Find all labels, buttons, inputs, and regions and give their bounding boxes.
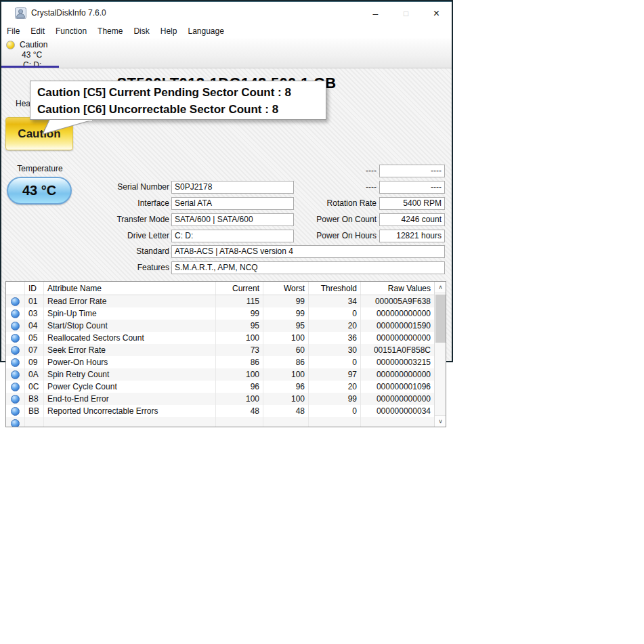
features-label: Features bbox=[69, 261, 169, 274]
attribute-raw: 00151A0F858C bbox=[361, 344, 434, 356]
scroll-up-icon[interactable]: ∧ bbox=[435, 282, 446, 293]
attribute-id: 0C bbox=[25, 381, 44, 393]
raw-values-column-header: Raw Values bbox=[361, 282, 434, 295]
scrollbar-thumb[interactable] bbox=[435, 295, 446, 343]
attribute-worst: 96 bbox=[263, 381, 309, 393]
interface-label: Interface bbox=[69, 197, 169, 210]
attribute-name: Spin-Up Time bbox=[44, 307, 216, 320]
attribute-raw: 000000000000 bbox=[361, 393, 434, 405]
table-row[interactable]: BB Reported Uncorrectable Errors 48 48 0… bbox=[6, 405, 434, 417]
attribute-raw bbox=[361, 417, 434, 427]
table-row[interactable]: 05 Reallocated Sectors Count 100 100 36 … bbox=[6, 332, 434, 344]
menu-help[interactable]: Help bbox=[160, 25, 183, 37]
standard-label: Standard bbox=[69, 245, 169, 258]
attribute-id: BB bbox=[25, 405, 44, 417]
attribute-threshold: 0 bbox=[309, 405, 361, 417]
attribute-current: 96 bbox=[216, 381, 263, 393]
attribute-raw: 000005A9F638 bbox=[361, 295, 434, 307]
smart-attribute-table: ID Attribute Name Current Worst Threshol… bbox=[5, 281, 446, 427]
status-orb-icon bbox=[11, 322, 20, 330]
table-row[interactable]: B8 End-to-End Error 100 100 99 000000000… bbox=[6, 393, 434, 405]
attribute-id: 05 bbox=[25, 332, 44, 344]
menu-edit[interactable]: Edit bbox=[30, 25, 50, 37]
attribute-raw: 000000003215 bbox=[361, 356, 434, 368]
status-cell bbox=[6, 332, 25, 344]
attribute-id: B8 bbox=[25, 393, 44, 405]
attribute-worst: 99 bbox=[263, 295, 309, 307]
maximize-button[interactable]: □ bbox=[391, 9, 421, 18]
temperature-button[interactable]: 43 °C bbox=[7, 177, 72, 205]
scroll-down-icon[interactable]: ∨ bbox=[435, 415, 446, 427]
attribute-current: 115 bbox=[216, 295, 263, 307]
status-orb-icon bbox=[11, 395, 20, 404]
attribute-name: Start/Stop Count bbox=[44, 320, 216, 332]
attribute-raw: 000000000000 bbox=[361, 368, 434, 381]
features-value: S.M.A.R.T., APM, NCQ bbox=[171, 261, 445, 274]
status-cell bbox=[6, 356, 25, 368]
status-cell bbox=[6, 307, 25, 320]
minimize-button[interactable]: – bbox=[360, 8, 391, 19]
drive-selected-indicator bbox=[1, 66, 59, 68]
attribute-worst: 60 bbox=[263, 344, 309, 356]
attribute-threshold: 30 bbox=[309, 344, 361, 356]
caption-buttons: – □ × bbox=[360, 2, 452, 24]
dash-row-1-value: ---- bbox=[379, 165, 445, 177]
attribute-name: Power Cycle Count bbox=[44, 381, 216, 393]
table-row[interactable]: 01 Read Error Rate 115 99 34 000005A9F63… bbox=[6, 295, 434, 307]
attribute-name bbox=[44, 417, 216, 427]
close-button[interactable]: × bbox=[421, 7, 452, 20]
menu-file[interactable]: File bbox=[7, 25, 25, 37]
power-on-count-value: 4246 count bbox=[379, 213, 445, 226]
table-row[interactable]: 09 Power-On Hours 86 86 0 000000003215 bbox=[6, 356, 434, 368]
attribute-raw: 000000001590 bbox=[361, 320, 434, 332]
worst-column-header: Worst bbox=[263, 282, 309, 295]
table-scrollbar[interactable]: ∧ ∨ bbox=[434, 282, 446, 427]
attribute-threshold: 99 bbox=[309, 393, 361, 405]
attribute-current bbox=[216, 417, 263, 427]
menu-function[interactable]: Function bbox=[56, 25, 92, 37]
smart-table-body: ID Attribute Name Current Worst Threshol… bbox=[6, 282, 434, 427]
table-row[interactable]: 04 Start/Stop Count 95 95 20 00000000159… bbox=[6, 320, 434, 332]
status-cell bbox=[6, 368, 25, 381]
power-on-hours-label: Power On Hours bbox=[293, 230, 377, 242]
standard-value: ATA8-ACS | ATA8-ACS version 4 bbox=[171, 245, 445, 258]
attribute-id: 09 bbox=[25, 356, 44, 368]
desktop: CrystalDiskInfo 7.6.0 – □ × File Edit Fu… bbox=[0, 0, 644, 644]
table-row[interactable]: 0A Spin Retry Count 100 100 97 000000000… bbox=[6, 368, 434, 381]
status-cell bbox=[6, 381, 25, 393]
app-icon bbox=[15, 7, 26, 19]
drive-selector[interactable]: Caution 43 °C C: D: bbox=[1, 39, 452, 68]
drive-temperature-text: 43 °C bbox=[22, 50, 42, 60]
title-bar: CrystalDiskInfo 7.6.0 – □ × bbox=[1, 1, 452, 24]
menu-theme[interactable]: Theme bbox=[98, 25, 128, 37]
menu-language[interactable]: Language bbox=[188, 25, 229, 37]
table-row[interactable]: 03 Spin-Up Time 99 99 0 000000000000 bbox=[6, 307, 434, 320]
status-orb-icon bbox=[11, 370, 20, 379]
attribute-threshold: 0 bbox=[309, 307, 361, 320]
attribute-raw: 000000001096 bbox=[361, 381, 434, 393]
status-orb-icon bbox=[11, 346, 20, 355]
attribute-threshold: 0 bbox=[309, 356, 361, 368]
attribute-id: 01 bbox=[25, 295, 44, 307]
attribute-name: End-to-End Error bbox=[44, 393, 216, 405]
window-title: CrystalDiskInfo 7.6.0 bbox=[31, 8, 106, 18]
menu-disk[interactable]: Disk bbox=[133, 25, 154, 37]
transfer-mode-value: SATA/600 | SATA/600 bbox=[171, 213, 294, 226]
rotation-rate-label: Rotation Rate bbox=[293, 197, 377, 210]
table-row[interactable]: 0C Power Cycle Count 96 96 20 0000000010… bbox=[6, 381, 434, 393]
rotation-rate-value: 5400 RPM bbox=[379, 197, 445, 210]
serial-number-value: S0PJ2178 bbox=[171, 181, 294, 194]
status-cell bbox=[6, 344, 25, 356]
attribute-worst: 48 bbox=[263, 405, 309, 417]
attribute-threshold: 97 bbox=[309, 368, 361, 381]
attribute-name: Power-On Hours bbox=[44, 356, 216, 368]
table-row[interactable]: 07 Seek Error Rate 73 60 30 00151A0F858C bbox=[6, 344, 434, 356]
status-cell bbox=[6, 393, 25, 405]
attribute-id: 0A bbox=[25, 368, 44, 381]
table-row[interactable] bbox=[6, 417, 434, 427]
attribute-id: 03 bbox=[25, 307, 44, 320]
temperature-label: Temperature bbox=[1, 164, 79, 173]
attribute-threshold: 36 bbox=[309, 332, 361, 344]
status-orb-icon bbox=[11, 419, 20, 427]
attribute-id bbox=[25, 417, 44, 427]
